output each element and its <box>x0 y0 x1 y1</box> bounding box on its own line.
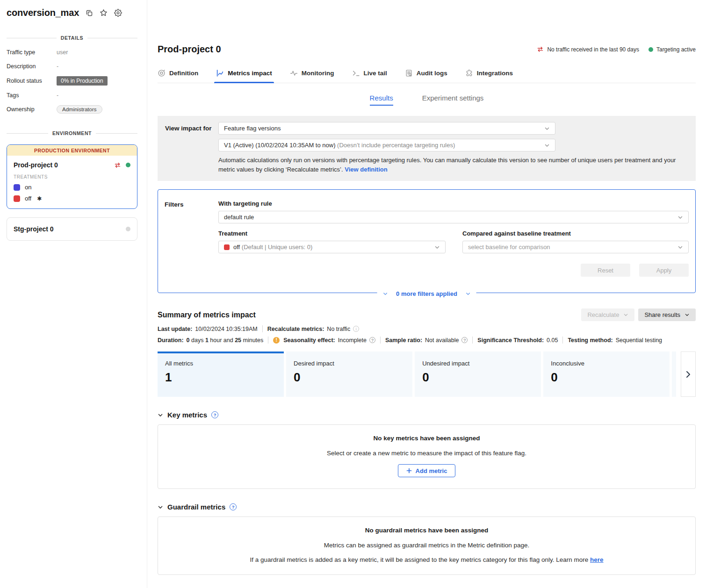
subtab-experiment-settings[interactable]: Experiment settings <box>422 94 484 106</box>
targeting-active-dot <box>648 47 653 52</box>
details-heading-label: DETAILS <box>61 35 83 41</box>
view-definition-link[interactable]: View definition <box>345 166 388 173</box>
treatment-label: Treatment <box>218 230 446 237</box>
detail-row-ownership: Ownership Administrators <box>7 105 137 114</box>
treatment-on-label: on <box>25 184 31 191</box>
environment-name: Stg-project 0 <box>14 225 126 233</box>
baseline-placeholder: select baseline for comparison <box>468 244 550 251</box>
chevron-down-icon <box>677 244 683 250</box>
metric-card-undesired-impact[interactable]: Undesired impact 0 <box>415 351 541 397</box>
metric-card-all-metrics[interactable]: All metrics 1 <box>158 351 284 397</box>
tab-live-tail[interactable]: Live tail <box>352 69 387 83</box>
metrics-chart-icon <box>216 69 224 77</box>
reset-button[interactable]: Reset <box>581 264 630 277</box>
puzzle-icon <box>465 69 473 77</box>
tab-label: Audit logs <box>417 70 447 77</box>
version-select-note: (Doesn’t include percentage targeting ru… <box>337 142 455 149</box>
help-icon[interactable]: ? <box>230 503 237 510</box>
main-header: Prod-project 0 No traffic received in th… <box>158 44 696 55</box>
cards-next-button[interactable] <box>681 351 696 397</box>
rollout-status-badge: 0% in Production <box>57 76 108 86</box>
divider <box>562 337 563 344</box>
tab-definition[interactable]: Definition <box>158 69 198 83</box>
duration-hours: 1 <box>205 337 209 344</box>
learn-more-link[interactable]: here <box>590 556 604 563</box>
targeting-rule-select[interactable]: default rule <box>218 211 689 223</box>
audit-log-document-icon <box>405 69 413 77</box>
info-icon[interactable]: i <box>353 326 359 332</box>
baseline-select[interactable]: select baseline for comparison <box>462 241 689 253</box>
targeting-active-dot <box>126 163 130 167</box>
page-title: Prod-project 0 <box>158 44 221 55</box>
copy-icon[interactable] <box>86 9 93 17</box>
flag-title: conversion_max <box>7 7 79 18</box>
apply-button[interactable]: Apply <box>639 264 689 277</box>
gear-icon[interactable] <box>114 9 122 17</box>
share-results-button[interactable]: Share results <box>638 308 696 321</box>
treatment-off-swatch <box>224 244 230 250</box>
recalculate-button[interactable]: Recalculate <box>581 308 634 321</box>
impact-help-body: Automatic calculations only run on versi… <box>218 157 676 173</box>
more-filters-toggle[interactable]: 0 more filters applied <box>377 290 476 297</box>
guardrail-line-1: Metrics can be assigned as guardrail met… <box>167 542 686 549</box>
environment-card-production[interactable]: PRODUCTION ENVIRONMENT Prod-project 0 TR… <box>7 144 137 209</box>
help-icon[interactable]: ? <box>369 337 375 343</box>
view-impact-panel: View impact for Feature flag versions V1… <box>158 116 696 181</box>
treatment-select[interactable]: off (Default | Unique users: 0) <box>218 241 446 253</box>
last-update-label: Last update: <box>158 326 192 332</box>
add-metric-label: Add metric <box>416 467 447 474</box>
staging-status-dot <box>126 227 130 231</box>
detail-row-rollout-status: Rollout status 0% in Production <box>7 76 137 86</box>
environment-section-heading: ENVIRONMENT <box>7 130 137 136</box>
impact-source-select[interactable]: Feature flag versions <box>218 122 555 135</box>
tab-audit-logs[interactable]: Audit logs <box>405 69 447 83</box>
treatment-row-off: off ✱ <box>14 195 130 202</box>
chevron-down-icon <box>382 291 388 296</box>
metric-card-desired-impact[interactable]: Desired impact 0 <box>286 351 412 397</box>
recalculate-metrics-value: No traffic <box>327 326 350 332</box>
star-icon[interactable] <box>100 9 108 17</box>
tab-metrics-impact[interactable]: Metrics impact <box>216 69 272 83</box>
summary-title: Summary of metrics impact <box>158 311 256 319</box>
details-section-heading: DETAILS <box>7 35 137 41</box>
summary-header: Summary of metrics impact Recalculate Sh… <box>158 308 696 321</box>
divider <box>262 325 263 332</box>
ownership-pill: Administrators <box>57 105 102 114</box>
metric-card-inconclusive[interactable]: Inconclusive 0 <box>543 351 670 397</box>
subtab-results[interactable]: Results <box>370 94 393 106</box>
duration-minutes-word: minutes <box>241 337 263 344</box>
tab-monitoring[interactable]: Monitoring <box>290 69 334 83</box>
sample-ratio-label: Sample ratio: <box>385 337 422 344</box>
more-filters-label: 0 more filters applied <box>396 290 457 297</box>
collapse-chevron-icon[interactable] <box>158 412 163 418</box>
flag-title-row: conversion_max <box>7 7 137 18</box>
recalculate-metrics-label: Recalculate metrics: <box>267 326 324 332</box>
warning-icon: ! <box>273 337 280 344</box>
duration-label: Duration: <box>158 337 184 344</box>
metric-summary-cards: All metrics 1 Desired impact 0 Undesired… <box>158 351 696 397</box>
collapse-chevron-icon[interactable] <box>158 504 163 510</box>
key-metrics-empty-card: No key metrics have been assigned Select… <box>158 424 696 489</box>
duration-hours-word: hour and <box>209 337 235 344</box>
tab-label: Live tail <box>364 70 387 77</box>
environment-card-staging[interactable]: Stg-project 0 <box>7 217 137 241</box>
seasonality-value: Incomplete <box>338 337 367 344</box>
guardrail-line-2: If a guardrail metrics is added as a key… <box>167 556 686 563</box>
chevron-down-icon <box>623 312 628 317</box>
tab-integrations[interactable]: Integrations <box>465 69 513 83</box>
chevron-down-icon <box>466 291 471 296</box>
results-subtabs: Results Experiment settings <box>158 94 696 106</box>
detail-row-traffic-type: Traffic type user <box>7 48 137 57</box>
help-icon[interactable]: ? <box>461 337 468 343</box>
detail-label: Ownership <box>7 106 57 113</box>
key-metrics-header: Key metrics ? <box>158 411 696 419</box>
impact-source-value: Feature flag versions <box>224 125 281 132</box>
help-icon[interactable]: ? <box>211 411 218 418</box>
version-select[interactable]: V1 (Active) (10/02/2024 10:35AM to now) … <box>218 139 555 151</box>
details-rows: Traffic type user Description - Rollout … <box>7 48 137 114</box>
add-metric-button[interactable]: Add metric <box>398 464 456 477</box>
tab-label: Integrations <box>477 70 513 77</box>
detail-label: Traffic type <box>7 49 57 56</box>
divider <box>472 337 473 344</box>
environment-name: Prod-project 0 <box>14 161 114 169</box>
